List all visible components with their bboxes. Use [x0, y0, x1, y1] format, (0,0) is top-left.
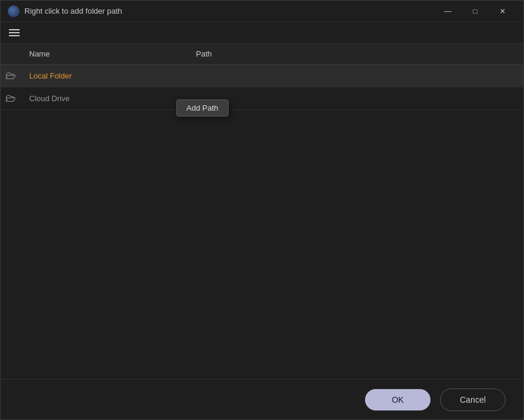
title-bar: Right click to add folder path — □ ✕ [1, 1, 523, 22]
minimize-button[interactable]: — [434, 1, 461, 22]
add-path-button[interactable]: Add Path [176, 99, 229, 117]
table-body: 🗁 Local Folder 🗁 Cloud Drive Add Path [1, 65, 523, 379]
main-window: Right click to add folder path — □ ✕ Nam… [0, 0, 524, 420]
folder-icon-cell: 🗁 [5, 70, 29, 82]
table-header: Name Path [1, 43, 523, 65]
footer: OK Cancel [1, 379, 523, 419]
folder-icon-cell: 🗁 [5, 92, 29, 105]
name-col-header: Name [29, 49, 196, 58]
table-row[interactable]: 🗁 Cloud Drive [1, 87, 523, 110]
folder-icon: 🗁 [5, 92, 16, 105]
toolbar [1, 22, 523, 43]
maximize-button[interactable]: □ [461, 1, 489, 22]
path-col-header: Path [196, 49, 519, 58]
app-icon [8, 5, 20, 17]
row-name-local-folder: Local Folder [29, 71, 196, 80]
row-name-cloud-drive: Cloud Drive [29, 94, 196, 103]
hamburger-menu-button[interactable] [7, 27, 22, 39]
close-button[interactable]: ✕ [489, 1, 516, 22]
hamburger-line-2 [9, 32, 20, 33]
hamburger-line-3 [9, 35, 20, 36]
hamburger-line-1 [9, 29, 20, 30]
folder-icon: 🗁 [5, 70, 16, 82]
window-controls: — □ ✕ [434, 1, 516, 22]
cancel-button[interactable]: Cancel [440, 388, 506, 411]
table-row[interactable]: 🗁 Local Folder [1, 65, 523, 87]
window-title: Right click to add folder path [24, 7, 434, 15]
ok-button[interactable]: OK [365, 389, 431, 410]
